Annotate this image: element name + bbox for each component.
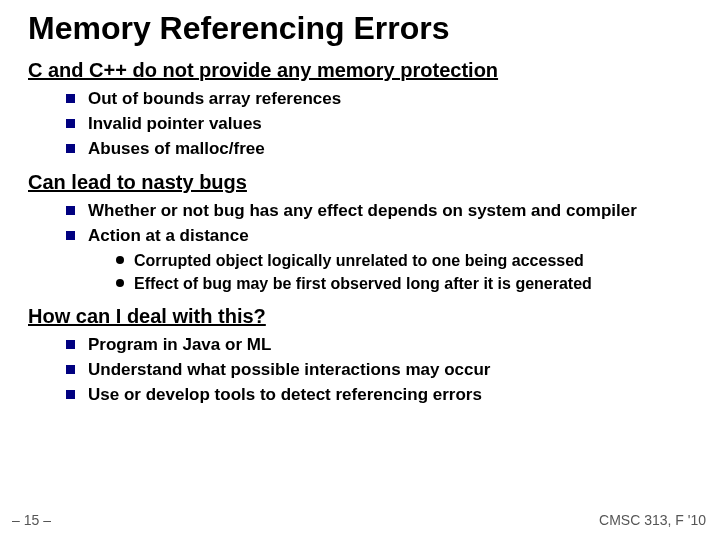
- section-list-0: Out of bounds array references Invalid p…: [28, 88, 692, 161]
- section-heading-0: C and C++ do not provide any memory prot…: [28, 59, 692, 82]
- section-heading-2: How can I deal with this?: [28, 305, 692, 328]
- list-item-text: Program in Java or ML: [88, 335, 271, 354]
- section-list-2: Program in Java or ML Understand what po…: [28, 334, 692, 407]
- section-heading-1: Can lead to nasty bugs: [28, 171, 692, 194]
- list-item: Understand what possible interactions ma…: [66, 359, 692, 382]
- section-list-1: Whether or not bug has any effect depend…: [28, 200, 692, 295]
- footer-course-id: CMSC 313, F '10: [599, 512, 706, 528]
- list-item: Whether or not bug has any effect depend…: [66, 200, 692, 223]
- list-item-text: Action at a distance: [88, 226, 249, 245]
- list-subitem: Corrupted object logically unrelated to …: [116, 250, 692, 272]
- footer-page-number: – 15 –: [12, 512, 51, 528]
- list-item-text: Use or develop tools to detect referenci…: [88, 385, 482, 404]
- list-item-text: Whether or not bug has any effect depend…: [88, 201, 637, 220]
- list-item-text: Out of bounds array references: [88, 89, 341, 108]
- list-item: Invalid pointer values: [66, 113, 692, 136]
- list-item-text: Abuses of malloc/free: [88, 139, 265, 158]
- list-item: Program in Java or ML: [66, 334, 692, 357]
- list-item: Abuses of malloc/free: [66, 138, 692, 161]
- list-item: Out of bounds array references: [66, 88, 692, 111]
- list-item: Action at a distance Corrupted object lo…: [66, 225, 692, 295]
- list-item-text: Understand what possible interactions ma…: [88, 360, 490, 379]
- list-subitem: Effect of bug may be first observed long…: [116, 273, 692, 295]
- slide-body: Memory Referencing Errors C and C++ do n…: [0, 0, 720, 407]
- list-item: Use or develop tools to detect referenci…: [66, 384, 692, 407]
- sublist: Corrupted object logically unrelated to …: [88, 250, 692, 295]
- list-item-text: Invalid pointer values: [88, 114, 262, 133]
- slide-title: Memory Referencing Errors: [28, 10, 692, 47]
